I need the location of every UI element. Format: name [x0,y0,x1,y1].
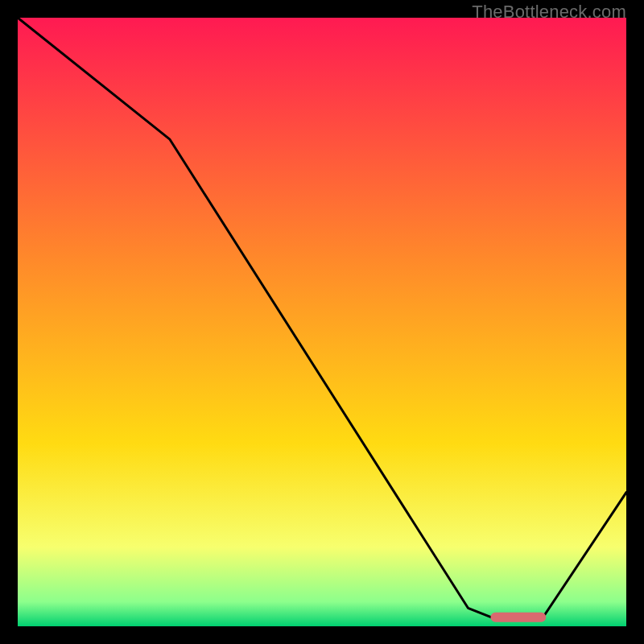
chart-background [18,18,626,626]
chart-svg [18,18,626,626]
watermark: TheBottleneck.com [472,2,626,23]
plot-area [18,18,626,626]
chart-container: TheBottleneck.com [0,0,644,644]
